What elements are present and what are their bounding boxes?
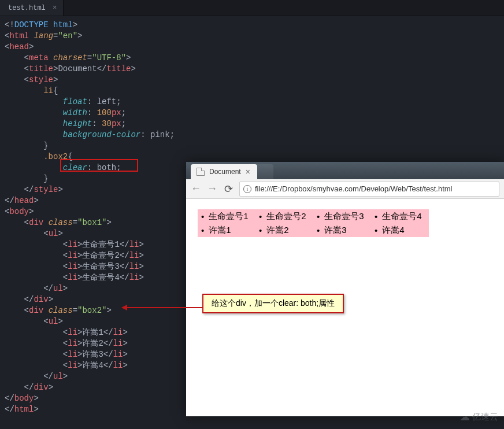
val-both: both (97, 163, 117, 172)
reload-button[interactable]: ⟳ (223, 183, 234, 195)
tag-li: li (68, 262, 77, 271)
list-item-label: 许嵩4 (382, 225, 404, 236)
li-text: 许嵩2 (82, 339, 103, 348)
val-100: 100 (97, 108, 112, 117)
attr-class-2: class (49, 306, 73, 315)
unit-px-2: px (112, 119, 121, 128)
val-pink: pink (150, 130, 170, 139)
list-item-label: 生命壹号3 (324, 211, 364, 222)
editor-tab-title: test.html (8, 4, 46, 12)
selector-li: li (43, 86, 53, 95)
tag-div-2: div (29, 306, 43, 315)
close-icon[interactable]: × (53, 3, 57, 12)
li-text: 生命壹号2 (82, 251, 119, 260)
browser-tab[interactable]: Document × (191, 164, 257, 179)
list-item: 生命壹号3 (313, 209, 371, 223)
list-item-label: 许嵩3 (324, 225, 346, 236)
browser-window: Document × ← → ⟳ i file:///E:/Dropbox/sm… (186, 162, 504, 416)
attr-charset: charset (53, 53, 87, 62)
li-text: 许嵩3 (82, 350, 103, 359)
val-lang: "en" (58, 31, 77, 40)
li-text: 生命壹号3 (82, 262, 119, 271)
tag-title-open: title (29, 64, 53, 73)
tag-li: li (68, 361, 77, 370)
editor-tab-bar: test.html × (0, 0, 504, 16)
url-text: file:///E:/Dropbox/smyhvae.com/Develop/W… (255, 184, 453, 193)
tag-html-close: html (14, 405, 34, 414)
back-button[interactable]: ← (191, 183, 201, 195)
forward-button[interactable]: → (207, 183, 217, 195)
val-charset: "UTF-8" (92, 53, 126, 62)
browser-tab-title: Document (209, 168, 241, 176)
list-item: 生命壹号2 (255, 209, 313, 223)
attr-class-1: class (49, 218, 73, 227)
li-text: 生命壹号1 (82, 240, 119, 249)
callout-text: 给这个div，加一个clear: both;属性 (212, 298, 335, 308)
tag-ul-1c: ul (53, 284, 63, 293)
cloud-icon: ☁ (459, 410, 470, 423)
tag-li-c: li (129, 251, 139, 260)
prop-float: float (63, 97, 87, 106)
tag-style-open: style (29, 75, 53, 84)
tag-body-open: body (9, 207, 29, 216)
tag-li-c: li (129, 262, 139, 271)
tag-title-close: title (106, 64, 131, 73)
tag-ul-2c: ul (53, 372, 63, 381)
tag-div-1c: div (34, 295, 48, 304)
list-item-label: 生命壹号1 (209, 211, 248, 222)
browser-tabstrip: Document × (186, 162, 504, 179)
val-box2: "box2" (77, 306, 106, 315)
tag-li-c: li (113, 361, 123, 370)
tag-ul-1: ul (49, 229, 58, 238)
annotation-callout: 给这个div，加一个clear: both;属性 (202, 294, 344, 313)
doctype: DOCTYPE html (14, 20, 73, 29)
list-item: 生命壹号1 (198, 209, 255, 223)
tag-ul-2: ul (49, 317, 58, 326)
title-text: Document (58, 64, 97, 73)
list-row-2: 许嵩1 许嵩2 许嵩3 许嵩4 (198, 223, 492, 237)
tag-li-c: li (113, 328, 123, 337)
val-box1: "box1" (77, 218, 106, 227)
arrow-head-icon (121, 305, 127, 310)
list-item-label: 生命壹号4 (382, 211, 421, 222)
browser-toolbar: ← → ⟳ i file:///E:/Dropbox/smyhvae.com/D… (186, 179, 504, 199)
tag-li-c: li (113, 339, 123, 348)
tag-li: li (68, 240, 77, 249)
val-left: left (97, 97, 117, 106)
prop-width: width (63, 108, 87, 117)
li-text: 许嵩4 (82, 361, 103, 370)
tag-head-close: head (14, 196, 34, 205)
tag-style-close: style (34, 185, 58, 194)
browser-viewport: 生命壹号1 生命壹号2 生命壹号3 生命壹号4 许嵩1 许嵩2 许嵩3 许嵩4 (186, 199, 504, 247)
tag-li-c: li (129, 273, 139, 282)
url-bar[interactable]: i file:///E:/Dropbox/smyhvae.com/Develop… (239, 182, 499, 197)
list-row-1: 生命壹号1 生命壹号2 生命壹号3 生命壹号4 (198, 209, 492, 223)
list-item: 许嵩2 (255, 223, 313, 237)
tag-div-1: div (29, 218, 43, 227)
attr-lang: lang (34, 31, 53, 40)
close-icon[interactable]: × (246, 167, 250, 176)
tag-li-c: li (129, 240, 139, 249)
list-item: 生命壹号4 (371, 209, 429, 223)
list-item-label: 许嵩2 (266, 225, 288, 236)
selector-box2: .box2 (43, 152, 68, 161)
list-item-label: 许嵩1 (209, 225, 231, 236)
new-tab-button[interactable] (256, 164, 273, 179)
watermark: ☁ 亿速云 (459, 410, 498, 423)
li-text: 许嵩1 (82, 328, 103, 337)
prop-clear: clear (63, 163, 87, 172)
tag-li: li (68, 328, 77, 337)
tag-div-2c: div (34, 383, 48, 392)
tag-li-c: li (113, 350, 123, 359)
info-icon[interactable]: i (243, 185, 251, 193)
val-30: 30 (102, 119, 112, 128)
tag-li: li (68, 273, 77, 282)
tag-li: li (68, 251, 77, 260)
tag-body-close: body (14, 394, 34, 403)
watermark-text: 亿速云 (472, 412, 498, 423)
editor-tab[interactable]: test.html × (0, 0, 64, 16)
tag-li: li (68, 339, 77, 348)
list-item-label: 生命壹号2 (266, 211, 306, 222)
li-text: 生命壹号4 (82, 273, 119, 282)
list-item: 许嵩4 (371, 223, 429, 237)
